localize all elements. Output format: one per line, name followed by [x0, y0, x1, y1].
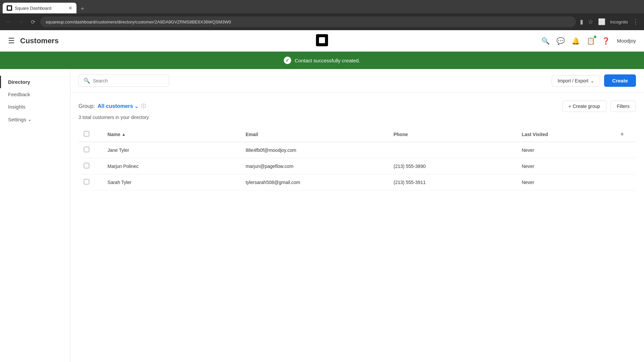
column-header-last-visited: Last Visited: [516, 127, 615, 142]
import-export-button[interactable]: Import / Export ⌄: [552, 75, 600, 86]
customer-phone: (213) 555-3911: [388, 174, 516, 190]
tab-close-button[interactable]: ✕: [68, 5, 72, 11]
column-header-email: Email: [240, 127, 388, 142]
cast-icon[interactable]: ▮: [579, 17, 585, 27]
success-banner: ✓ Contact successfully created.: [0, 52, 644, 69]
messages-icon[interactable]: 💬: [556, 37, 565, 45]
incognito-label: Incognito: [609, 18, 629, 26]
sidebar-item-feedback[interactable]: Feedback: [0, 88, 70, 101]
svg-rect-0: [8, 6, 11, 10]
forward-button[interactable]: →: [16, 17, 25, 26]
group-chevron-icon: ⌄: [135, 104, 139, 109]
group-label: Group: All customers ⌄ ⓘ: [78, 103, 146, 109]
hamburger-menu-icon[interactable]: ☰: [8, 37, 15, 45]
select-all-checkbox-header[interactable]: [78, 127, 102, 142]
svg-rect-2: [319, 37, 325, 43]
customer-email: marjun@pageflow.com: [240, 158, 388, 174]
row-checkbox-cell[interactable]: [78, 142, 102, 158]
customer-add-col: [615, 174, 636, 190]
customer-email: tylersarah508@gmail.com: [240, 174, 388, 190]
square-logo: [316, 34, 328, 48]
reload-button[interactable]: ⟳: [28, 17, 38, 26]
success-message: Contact successfully created.: [294, 58, 360, 63]
group-info-icon[interactable]: ⓘ: [141, 103, 146, 109]
address-bar[interactable]: squareup.com/dashboard/customers/directo…: [40, 16, 576, 27]
customer-name[interactable]: Jane Tyler: [102, 142, 240, 158]
new-tab-button[interactable]: +: [78, 4, 87, 13]
directory-content: Group: All customers ⌄ ⓘ + Create group …: [70, 93, 644, 198]
table-body: Jane Tyler 88e4fb0f@moodjoy.com Never Ma…: [78, 142, 636, 190]
sidebar-item-settings[interactable]: Settings ⌄: [0, 113, 70, 126]
customer-last-visited: Never: [516, 158, 615, 174]
row-checkbox-cell[interactable]: [78, 158, 102, 174]
bookmark-icon[interactable]: ☆: [587, 17, 595, 27]
main-content: 🔍 Import / Export ⌄ Create Group: All cu…: [70, 69, 644, 362]
customer-add-col: [615, 158, 636, 174]
browser-nav-right: ▮ ☆ ⬜ Incognito ⋮: [579, 17, 640, 27]
row-checkbox[interactable]: [84, 163, 89, 168]
search-box[interactable]: 🔍: [78, 74, 169, 87]
column-header-add[interactable]: +: [615, 127, 636, 142]
total-count: 3 total customers in your directory: [78, 115, 636, 120]
name-sort[interactable]: Name ▲: [108, 132, 235, 137]
select-all-checkbox[interactable]: [84, 131, 89, 136]
import-export-label: Import / Export: [557, 78, 588, 83]
table-header-row: Name ▲ Email Phone Last Visited +: [78, 127, 636, 142]
tab-title: Square Dashboard: [15, 6, 66, 11]
group-name-selector[interactable]: All customers ⌄: [98, 103, 139, 109]
profile-icon[interactable]: ⬜: [597, 17, 607, 27]
row-checkbox[interactable]: [84, 179, 89, 184]
sidebar-item-directory[interactable]: Directory: [0, 76, 70, 88]
tab-favicon: [7, 5, 12, 11]
browser-chrome: Square Dashboard ✕ + ← → ⟳ squareup.com/…: [0, 0, 644, 30]
toolbar-right: Import / Export ⌄ Create: [552, 74, 636, 87]
search-icon[interactable]: 🔍: [541, 37, 550, 45]
create-button[interactable]: Create: [604, 74, 636, 87]
column-header-name[interactable]: Name ▲: [102, 127, 240, 142]
customers-table: Name ▲ Email Phone Last Visited +: [78, 127, 636, 190]
customer-phone: [388, 142, 516, 158]
success-icon: ✓: [284, 57, 291, 64]
extensions-icon[interactable]: ⋮: [631, 17, 640, 27]
customer-name[interactable]: Sarah Tyler: [102, 174, 240, 190]
app-header: ☰ Customers 🔍 💬 🔔 📋 ❓ Moodjoy: [0, 30, 644, 52]
customer-add-col: [615, 142, 636, 158]
name-column-label: Name: [108, 132, 120, 137]
column-header-phone: Phone: [388, 127, 516, 142]
customer-email: 88e4fb0f@moodjoy.com: [240, 142, 388, 158]
table-row[interactable]: Jane Tyler 88e4fb0f@moodjoy.com Never: [78, 142, 636, 158]
sidebar: Directory Feedback Insights Settings ⌄: [0, 69, 70, 362]
toolbar: 🔍 Import / Export ⌄ Create: [70, 69, 644, 93]
create-group-button[interactable]: + Create group: [562, 101, 606, 112]
notifications-icon[interactable]: 🔔: [572, 37, 580, 45]
browser-nav: ← → ⟳ squareup.com/dashboard/customers/d…: [0, 13, 644, 30]
add-column-icon[interactable]: +: [620, 131, 624, 137]
settings-chevron-icon: ⌄: [28, 116, 32, 122]
import-export-chevron-icon: ⌄: [590, 78, 594, 83]
customer-phone: (213) 555-3890: [388, 158, 516, 174]
active-tab[interactable]: Square Dashboard ✕: [3, 3, 76, 13]
help-icon[interactable]: ❓: [602, 37, 610, 45]
table-row[interactable]: Marjun Polinec marjun@pageflow.com (213)…: [78, 158, 636, 174]
row-checkbox-cell[interactable]: [78, 174, 102, 190]
browser-tabs: Square Dashboard ✕ +: [0, 0, 644, 13]
sidebar-item-insights[interactable]: Insights: [0, 101, 70, 113]
group-actions: + Create group Filters: [562, 101, 636, 112]
name-sort-icon: ▲: [122, 132, 126, 137]
dashboard-badge: [594, 36, 596, 38]
customer-last-visited: Never: [516, 174, 615, 190]
search-icon: 🔍: [84, 77, 90, 84]
row-checkbox[interactable]: [84, 147, 89, 152]
settings-label: Settings: [8, 117, 26, 122]
page-title: Customers: [20, 37, 59, 45]
customer-name[interactable]: Marjun Polinec: [102, 158, 240, 174]
dashboard-icon[interactable]: 📋: [587, 37, 595, 45]
user-menu[interactable]: Moodjoy: [617, 38, 636, 44]
filters-button[interactable]: Filters: [610, 101, 636, 112]
table-row[interactable]: Sarah Tyler tylersarah508@gmail.com (213…: [78, 174, 636, 190]
group-name-text: All customers: [98, 103, 133, 109]
search-input[interactable]: [93, 78, 164, 83]
back-button[interactable]: ←: [4, 17, 13, 26]
app-body: Directory Feedback Insights Settings ⌄ 🔍…: [0, 69, 644, 362]
customer-last-visited: Never: [516, 142, 615, 158]
